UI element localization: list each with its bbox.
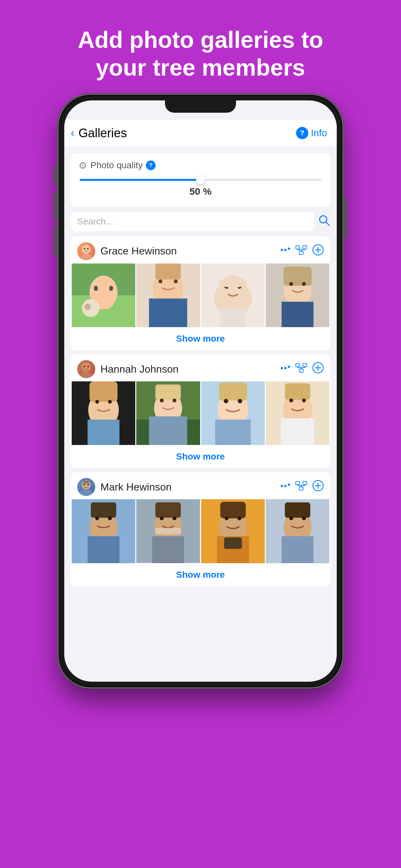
- svg-rect-103: [296, 482, 300, 485]
- quality-slider[interactable]: [79, 179, 322, 181]
- show-more-grace[interactable]: Show more: [71, 327, 330, 350]
- info-button[interactable]: ? Info: [296, 127, 327, 139]
- dots-icon-hannah[interactable]: [281, 364, 290, 374]
- photo-mark-1[interactable]: [72, 499, 135, 563]
- back-button[interactable]: ‹: [71, 127, 74, 139]
- svg-rect-91: [285, 383, 310, 400]
- dots-icon-mark[interactable]: [281, 482, 290, 492]
- tree-icon-grace[interactable]: [296, 245, 307, 257]
- svg-point-141: [289, 517, 293, 521]
- search-placeholder: Search...: [77, 216, 113, 227]
- svg-point-96: [81, 490, 92, 496]
- svg-rect-123: [155, 502, 181, 518]
- photo-grace-2[interactable]: [136, 264, 200, 327]
- photo-mark-3[interactable]: [201, 499, 265, 563]
- photo-hannah-4[interactable]: [266, 381, 329, 445]
- quality-help-icon[interactable]: ?: [146, 160, 156, 170]
- svg-line-1: [326, 222, 329, 225]
- photo-grace-4[interactable]: [266, 264, 329, 327]
- svg-rect-57: [303, 364, 307, 367]
- svg-point-79: [160, 399, 164, 402]
- svg-point-134: [237, 517, 241, 521]
- svg-point-27: [84, 304, 91, 310]
- photo-quality-section: ⚙ Photo quality ? 50 %: [71, 153, 330, 207]
- quality-text: Photo quality: [90, 160, 143, 170]
- svg-point-142: [302, 517, 306, 521]
- slider-thumb[interactable]: [196, 175, 205, 184]
- person-header-mark: Mark Hewinson: [71, 472, 330, 499]
- svg-point-51: [84, 366, 85, 368]
- photo-grace-3[interactable]: [201, 264, 265, 327]
- show-more-mark[interactable]: Show more: [71, 563, 330, 586]
- person-actions-mark: [281, 480, 324, 494]
- gear-icon: ⚙: [79, 160, 87, 171]
- svg-rect-9: [296, 246, 300, 249]
- svg-point-94: [302, 399, 306, 402]
- svg-point-50: [81, 372, 92, 378]
- promo-title: Add photo galleries to your tree members: [0, 0, 401, 95]
- svg-point-4: [84, 248, 86, 249]
- photo-hannah-3[interactable]: [201, 381, 265, 445]
- side-button-vol-up: [54, 191, 57, 221]
- svg-point-26: [82, 299, 100, 317]
- svg-point-34: [174, 279, 178, 283]
- person-card-mark: Mark Hewinson: [71, 472, 330, 586]
- svg-rect-25: [109, 286, 113, 291]
- side-button-power: [344, 198, 347, 237]
- svg-point-72: [108, 400, 112, 404]
- screen-content: ‹ Galleries ? Info ⚙ Photo quality ?: [64, 100, 337, 682]
- photo-grid-mark: [71, 499, 330, 563]
- photo-hannah-2[interactable]: [136, 381, 200, 445]
- svg-rect-69: [89, 381, 118, 402]
- photo-grace-1[interactable]: [72, 264, 135, 327]
- photo-mark-2[interactable]: [136, 499, 200, 563]
- tree-icon-hannah[interactable]: [296, 363, 307, 375]
- person-name-hannah: Hannah Johnson: [100, 363, 275, 375]
- svg-point-7: [284, 249, 287, 251]
- dots-icon-grace[interactable]: [281, 246, 290, 256]
- add-icon-hannah[interactable]: [312, 362, 324, 376]
- search-bar: Search...: [64, 207, 337, 237]
- svg-rect-78: [149, 416, 187, 445]
- search-button[interactable]: [318, 214, 330, 229]
- svg-rect-77: [155, 384, 181, 400]
- person-actions-grace: [281, 244, 324, 258]
- svg-point-126: [173, 517, 177, 521]
- svg-point-87: [238, 399, 242, 403]
- photo-mark-4[interactable]: [266, 499, 329, 563]
- svg-point-97: [84, 484, 85, 485]
- app-header: ‹ Galleries ? Info: [64, 120, 337, 147]
- svg-point-118: [95, 517, 99, 521]
- svg-rect-11: [299, 251, 303, 254]
- svg-rect-70: [88, 420, 120, 445]
- svg-rect-30: [149, 299, 187, 327]
- svg-point-55: [288, 366, 290, 368]
- side-button-vol-down: [54, 227, 57, 256]
- svg-rect-10: [303, 246, 307, 249]
- svg-point-5: [87, 248, 89, 249]
- search-input-wrapper[interactable]: Search...: [71, 212, 314, 231]
- svg-point-101: [284, 485, 287, 487]
- svg-rect-45: [281, 302, 313, 327]
- svg-point-100: [281, 485, 283, 487]
- svg-point-98: [88, 484, 89, 485]
- svg-point-86: [224, 399, 228, 403]
- svg-rect-56: [296, 364, 300, 367]
- person-actions-hannah: [281, 362, 324, 376]
- svg-point-47: [289, 282, 293, 286]
- svg-point-8: [288, 248, 290, 250]
- info-circle-icon: ?: [296, 127, 308, 139]
- svg-rect-32: [155, 264, 181, 279]
- phone-mockup: ‹ Galleries ? Info ⚙ Photo quality ?: [58, 95, 343, 687]
- quality-value: 50 %: [79, 186, 322, 197]
- avatar-hannah: [77, 360, 95, 378]
- svg-point-6: [281, 249, 283, 251]
- show-more-hannah[interactable]: Show more: [71, 445, 330, 468]
- add-icon-grace[interactable]: [312, 244, 324, 258]
- phone-notch: [165, 100, 236, 113]
- photo-hannah-1[interactable]: [72, 381, 135, 445]
- person-header-hannah: Hannah Johnson: [71, 354, 330, 381]
- add-icon-mark[interactable]: [312, 480, 324, 494]
- svg-rect-105: [299, 487, 303, 490]
- tree-icon-mark[interactable]: [296, 481, 307, 493]
